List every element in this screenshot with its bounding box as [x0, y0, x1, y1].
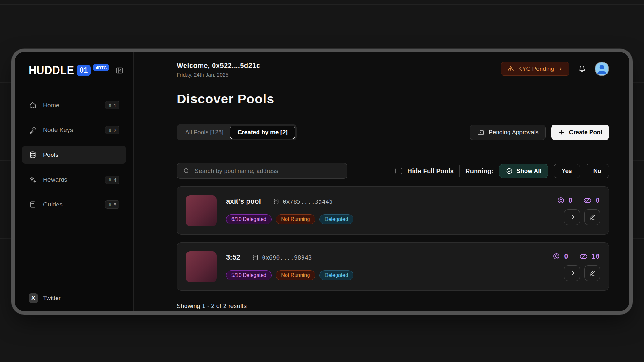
running-yes-button[interactable]: Yes	[554, 164, 580, 178]
huddle01-logo: HUDDLE 01 dRTC	[29, 64, 109, 76]
pool-meta: 0 0	[557, 195, 600, 226]
pending-approvals-label: Pending Approvals	[489, 129, 538, 136]
sidebar-item-node-keys[interactable]: Node Keys ⇧ 2	[22, 121, 126, 139]
pool-badges: 5/10 Delegated Not Running Delegated	[226, 270, 543, 280]
divider	[459, 165, 460, 177]
pool-thumbnail	[186, 195, 217, 226]
sidebar-collapse-button[interactable]	[115, 66, 124, 75]
shortcut-number: 5	[114, 202, 116, 207]
sidebar-item-home[interactable]: Home ⇧ 1	[22, 96, 126, 114]
sidebar-item-label: Rewards	[43, 176, 99, 183]
pool-name: axit's pool	[226, 197, 261, 206]
delegated-badge: Delegated	[319, 214, 354, 224]
check-circle-icon	[506, 167, 513, 175]
app-window: HUDDLE 01 dRTC	[15, 52, 629, 311]
running-filters: Hide Full Pools Running: Show All Yes No	[395, 164, 609, 178]
credits-icon	[552, 252, 560, 260]
user-avatar[interactable]	[595, 62, 609, 76]
shortcut-badge: ⇧ 1	[105, 101, 119, 109]
welcome-text: Welcome, 0x522....5d21c	[177, 62, 260, 70]
database-icon	[273, 198, 280, 205]
pool-thumbnail	[186, 251, 217, 282]
credits-icon	[557, 196, 565, 204]
folder-icon	[477, 129, 485, 136]
edit-pool-button[interactable]	[584, 209, 600, 225]
open-pool-button[interactable]	[564, 265, 580, 281]
main-content: Welcome, 0x522....5d21c Friday, 24th Jan…	[134, 52, 629, 311]
sidebar-nav: Home ⇧ 1 Node Keys ⇧ 2	[15, 96, 133, 213]
welcome-block: Welcome, 0x522....5d21c Friday, 24th Jan…	[177, 62, 260, 78]
pool-address-link[interactable]: 0x690....98943	[252, 254, 312, 261]
delegated-count-badge: 6/10 Delegated	[226, 214, 272, 224]
logo-row: HUDDLE 01 dRTC	[15, 64, 133, 76]
shift-icon: ⇧	[108, 202, 112, 207]
sidebar-item-twitter[interactable]: X Twitter	[15, 293, 133, 303]
shortcut-number: 1	[114, 103, 116, 108]
delegated-count-badge: 5/10 Delegated	[226, 270, 272, 280]
page-title: Discover Pools	[177, 92, 609, 107]
pending-approvals-button[interactable]: Pending Approvals	[470, 125, 546, 140]
divider	[267, 197, 267, 206]
sidebar-item-label: Pools	[43, 151, 119, 158]
pool-name-row: axit's pool 0x785....3a44b	[226, 197, 547, 206]
create-pool-label: Create Pool	[569, 129, 602, 136]
tab-created-by-me[interactable]: Created by me [2]	[230, 126, 295, 139]
kyc-pending-button[interactable]: KYC Pending	[501, 62, 569, 76]
running-no-button[interactable]: No	[586, 164, 609, 178]
shortcut-number: 2	[114, 128, 116, 133]
plus-icon	[558, 129, 565, 136]
filter-row: Hide Full Pools Running: Show All Yes No	[177, 163, 609, 179]
sidebar-item-label: Node Keys	[43, 127, 99, 134]
sidebar-item-rewards[interactable]: Rewards ⇧ 4	[22, 171, 126, 189]
pool-info: 3:52 0x690....98943 5/10 Deleg	[226, 251, 543, 282]
pool-actions	[564, 265, 600, 281]
pool-actions	[564, 209, 600, 225]
pool-badges: 6/10 Delegated Not Running Delegated	[226, 214, 547, 224]
not-running-badge: Not Running	[276, 214, 315, 224]
pool-address-link[interactable]: 0x785....3a44b	[273, 198, 333, 205]
search-icon	[183, 167, 190, 175]
hide-full-pools-checkbox[interactable]	[395, 168, 402, 174]
tickets-value: 0	[596, 197, 600, 204]
sidebar-item-pools[interactable]: Pools	[22, 146, 126, 164]
create-pool-button[interactable]: Create Pool	[551, 125, 609, 140]
running-show-all-button[interactable]: Show All	[499, 164, 548, 178]
date-text: Friday, 24th Jan, 2025	[177, 72, 260, 78]
open-pool-button[interactable]	[564, 209, 580, 225]
x-twitter-icon: X	[29, 293, 38, 303]
tickets-icon	[579, 252, 588, 261]
pool-stats: 0 10	[552, 252, 600, 261]
drtc-badge: dRTC	[93, 64, 109, 71]
pool-card: 3:52 0x690....98943 5/10 Deleg	[177, 242, 609, 291]
pool-stats: 0 0	[557, 196, 600, 205]
pool-meta: 0 10	[552, 251, 600, 282]
shortcut-badge: ⇧ 5	[105, 200, 119, 209]
sidebar-item-guides[interactable]: Guides ⇧ 5	[22, 196, 126, 213]
tabs-actions: Pending Approvals Create Pool	[470, 125, 609, 140]
running-label: Running:	[465, 167, 493, 175]
desktop-background: HUDDLE 01 dRTC	[0, 0, 644, 362]
edit-pool-button[interactable]	[584, 265, 600, 281]
pencil-icon	[588, 269, 596, 277]
search-input[interactable]	[195, 167, 341, 174]
database-icon	[29, 151, 37, 159]
hide-full-pools-label: Hide Full Pools	[408, 167, 454, 175]
shortcut-badge: ⇧ 4	[105, 176, 119, 184]
shortcut-badge: ⇧ 2	[105, 126, 119, 134]
page-header: Welcome, 0x522....5d21c Friday, 24th Jan…	[177, 62, 609, 78]
brand-wordmark: HUDDLE	[29, 63, 74, 77]
kyc-pending-label: KYC Pending	[518, 65, 554, 72]
pool-name-row: 3:52 0x690....98943	[226, 253, 543, 262]
notifications-button[interactable]	[578, 64, 586, 73]
show-all-label: Show All	[516, 167, 541, 174]
panel-collapse-icon	[115, 66, 124, 75]
pool-card: axit's pool 0x785....3a44b 6/1	[177, 186, 609, 235]
tab-all-pools[interactable]: All Pools [128]	[178, 126, 230, 139]
credits-value: 0	[569, 197, 573, 204]
delegated-badge: Delegated	[319, 270, 354, 280]
shift-icon: ⇧	[108, 177, 112, 183]
chevron-right-icon	[558, 66, 564, 72]
divider	[246, 253, 246, 262]
sidebar-item-label: Home	[43, 102, 99, 109]
brand-01-badge: 01	[77, 65, 91, 76]
